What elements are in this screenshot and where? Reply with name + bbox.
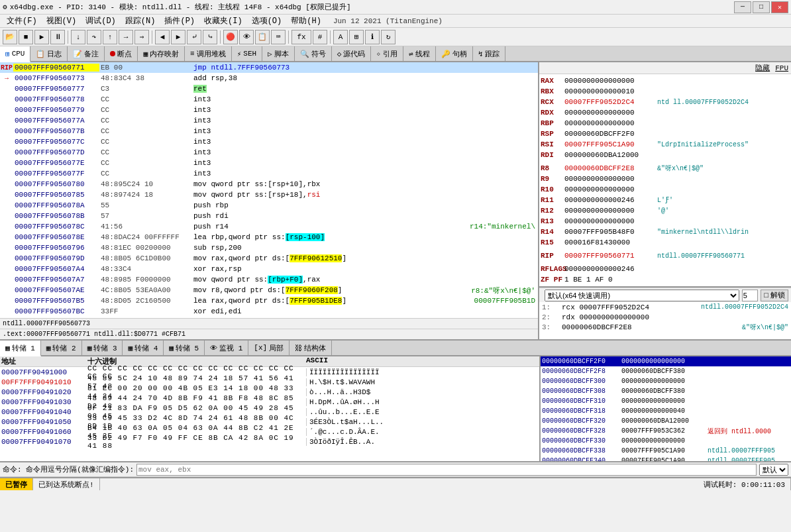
tab-sym[interactable]: 🔍 符号 xyxy=(295,46,332,61)
reg-row[interactable]: RBP0000000000000000 xyxy=(541,118,790,129)
cs-row[interactable]: 3:00000060DBCFF2E8&"呀x\n€|$@" xyxy=(539,322,791,332)
hex-dump[interactable]: 地址 十六进制 ASCII 00007FF90491000CC CC CC CC… xyxy=(0,356,539,461)
tab-dump4[interactable]: ▦ 转储 4 xyxy=(123,341,164,355)
disasm-row[interactable]: 00007FFF9056078E48:8DAC24 00FFFFFFlea rb… xyxy=(0,232,538,242)
disasm-row[interactable]: 00007FFF90560779CCint3 xyxy=(0,105,538,115)
stack-row[interactable]: 00000060DBCFF3300000000000000000 xyxy=(541,436,791,446)
tab-notes[interactable]: 📝 备注 xyxy=(68,46,105,61)
reg-row[interactable]: RCX00007FFF9052D2C4ntd ll.00007FFF9052D2… xyxy=(541,97,790,107)
cs-row[interactable]: 1:rcx 00007FFF9052D2C4ntdll.00007FFF9052… xyxy=(539,302,791,312)
disasm-row[interactable]: 00007FFF905607B548:8D05 2C160500lea rax,… xyxy=(0,295,538,306)
disasm-row[interactable]: 00007FFF9056079648:81EC 00200000sub rsp,… xyxy=(0,242,538,253)
disasm-row[interactable]: 00007FFF9056077FCCint3 xyxy=(0,168,538,179)
tb-step-in[interactable]: ↓ xyxy=(71,30,85,44)
stack-panel[interactable]: 00000060DBCFF2F0000000000000000000000060… xyxy=(539,356,791,461)
disasm-row[interactable]: 00007FFF9056077BCCint3 xyxy=(0,126,538,136)
reg-row[interactable]: R15000016F81430000 xyxy=(541,237,790,248)
tab-handle[interactable]: 🔑 句柄 xyxy=(436,46,473,61)
disasm-row[interactable]: 00007FFF9056078C41:56push r14r14:"minker… xyxy=(0,221,538,232)
call-conv-select[interactable]: 默认(x64 快速调用) xyxy=(545,290,739,301)
reg-row[interactable]: R90000000000000000 xyxy=(541,174,790,184)
tb-fx[interactable]: fx xyxy=(291,30,311,44)
reg-row[interactable]: R800000060DBCFF2E8&"呀x\n€|$@" xyxy=(541,163,790,174)
fpu-label[interactable]: FPU xyxy=(775,64,788,72)
tab-callstack[interactable]: ≡ 调用堆栈 xyxy=(185,46,232,61)
tb-3[interactable]: ⤶ xyxy=(187,30,201,44)
tab-dump2[interactable]: ▦ 转储 2 xyxy=(41,341,82,355)
menu-options[interactable]: 选项(O) xyxy=(248,15,286,27)
menu-help[interactable]: 帮助(H) xyxy=(287,15,325,27)
menu-debug[interactable]: 调试(D) xyxy=(81,15,120,27)
reg-row[interactable]: ZF PF1 BE 1 AF 0 xyxy=(541,274,790,285)
disasm-row[interactable]: 00007FFF9056079D48:8B05 6C1D0B00mov rax,… xyxy=(0,253,538,264)
tb-font[interactable]: A xyxy=(333,30,348,44)
reg-row[interactable]: RFLAGS0000000000000246 xyxy=(541,264,790,274)
tab-thread[interactable]: ⇌ 线程 xyxy=(403,46,436,61)
disasm-row[interactable]: →00007FFF9056077348:83C4 38add rsp,38 xyxy=(0,73,538,83)
hex-row[interactable]: 00007FFF9049107033 D2 49 F7 F0 49 FF CE … xyxy=(0,437,539,447)
stack-row[interactable]: 00000060DBCFF32800007FFF9053C362返回到 ntdl… xyxy=(541,426,791,436)
reg-row[interactable]: RIP00007FFF90560771ntdll.00007FFF9056077… xyxy=(541,250,790,261)
stack-row[interactable]: 00000060DBCFF34000007FFF905C1A90ntdll.00… xyxy=(541,456,791,461)
stack-row[interactable]: 00000060DBCFF3180000000000000040 xyxy=(541,406,791,416)
disasm-row[interactable]: 00007FFF9056077ACCint3 xyxy=(0,115,538,126)
reg-row[interactable]: RSP00000060DBCFF2F0 xyxy=(541,129,790,139)
tab-script[interactable]: ▷ 脚本 xyxy=(262,46,295,61)
tab-log[interactable]: 📋 日志 xyxy=(30,46,68,61)
tab-dump1[interactable]: ▦ 转储 1 xyxy=(0,341,41,356)
tb-asm[interactable]: ⌨ xyxy=(271,30,286,44)
disasm-row[interactable]: 00007FFF905607AE4C:8B05 53EA0A00mov r8,q… xyxy=(0,285,538,295)
tb-run-to[interactable]: → xyxy=(119,30,133,44)
tb-step-over[interactable]: ↷ xyxy=(87,30,101,44)
reg-row[interactable]: RSI00007FFF905C1A90"LdrpInitializeProces… xyxy=(541,139,790,150)
tab-trace[interactable]: ↯ 跟踪 xyxy=(473,46,505,61)
disasm-area[interactable]: RIP00007FFF90560771EB 00jmp ntdll.7FFF90… xyxy=(0,62,538,318)
reg-row[interactable]: R120000000000000000'@' xyxy=(541,205,790,216)
tab-bp[interactable]: 断点 xyxy=(105,46,138,61)
disasm-row[interactable]: 00007FFF9056078048:895C24 10mov qword pt… xyxy=(0,179,538,189)
tb-4[interactable]: ⤷ xyxy=(203,30,217,44)
disasm-row[interactable]: 00007FFF90560777C3ret xyxy=(0,83,538,94)
disasm-row[interactable]: 00007FFF905607A448:33C4xor rax,rsp xyxy=(0,264,538,274)
maximize-button[interactable]: □ xyxy=(753,1,770,13)
disasm-row[interactable]: 00007FFF9056078A55push rbp xyxy=(0,200,538,211)
tab-dump3[interactable]: ▦ 转储 3 xyxy=(82,341,123,355)
disasm-row[interactable]: 00007FFF905607BC33FFxor edi,edi xyxy=(0,306,538,317)
stack-row[interactable]: 00000060DBCFF3000000000000000000 xyxy=(541,376,791,386)
disasm-row[interactable]: 00007FFF905607A748:8985 F0000000mov qwor… xyxy=(0,274,538,285)
reg-row[interactable]: R1400007FFF905B48F0"minkernel\ntdll\\ldr… xyxy=(541,227,790,237)
menu-file[interactable]: 文件(F) xyxy=(3,15,41,27)
stack-row[interactable]: 00000060DBCFF30800000060DBCFF380 xyxy=(541,386,791,396)
reg-row[interactable]: R130000000000000000 xyxy=(541,216,790,227)
tb-hash[interactable]: # xyxy=(313,30,327,44)
tb-pause[interactable]: ⏸ xyxy=(50,30,65,44)
tb-forward[interactable]: ▶ xyxy=(171,30,185,44)
tb-step-out[interactable]: ↑ xyxy=(103,30,117,44)
tab-ref[interactable]: ⬦ 引用 xyxy=(371,46,403,61)
tb-run[interactable]: ▶ xyxy=(34,30,49,44)
disasm-row[interactable]: RIP00007FFF90560771EB 00jmp ntdll.7FFF90… xyxy=(0,62,538,73)
tb-bp[interactable]: 🔴 xyxy=(223,30,238,44)
reg-row[interactable]: RAX0000000000000000 xyxy=(541,76,790,86)
tb-restart[interactable]: ■ xyxy=(19,30,33,44)
minimize-button[interactable]: ─ xyxy=(734,1,751,13)
disasm-row[interactable]: 00007FFF90560778CCint3 xyxy=(0,94,538,105)
tb-log[interactable]: 📋 xyxy=(255,30,270,44)
tb-run2[interactable]: ⇒ xyxy=(134,30,149,44)
disasm-row[interactable]: 00007FFF9056078548:897424 18mov qword pt… xyxy=(0,189,538,200)
menu-plugins[interactable]: 插件(P) xyxy=(160,15,199,27)
reg-row[interactable]: RDX0000000000000000 xyxy=(541,107,790,118)
disasm-row[interactable]: 00007FFF9056077ECCint3 xyxy=(0,158,538,168)
cmd-input[interactable] xyxy=(136,464,757,476)
reg-row[interactable]: R110000000000000246L'Ƒ' xyxy=(541,195,790,205)
tb-settings[interactable]: ⊞ xyxy=(349,30,364,44)
unlock-button[interactable]: □ 解锁 xyxy=(761,290,788,301)
menu-trace[interactable]: 跟踪(N) xyxy=(121,15,160,27)
disasm-row[interactable]: 00007FFF9056077CCCint3 xyxy=(0,136,538,147)
close-button[interactable]: ✕ xyxy=(771,1,788,13)
tb-trace[interactable]: 👁 xyxy=(239,30,254,44)
tab-src[interactable]: ◇ 源代码 xyxy=(332,46,372,61)
cs-row[interactable]: 2:rdx 0000000000000000 xyxy=(539,312,791,322)
tab-mem[interactable]: ▦ 内存映射 xyxy=(138,46,185,61)
tb-about[interactable]: ℹ xyxy=(365,30,380,44)
